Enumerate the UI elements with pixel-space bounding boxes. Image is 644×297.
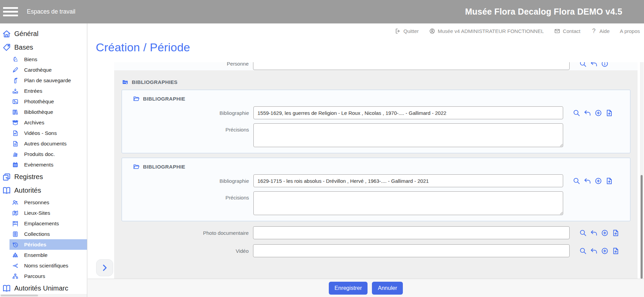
sidebar-item-autres-documents[interactable]: Autres documents [10, 138, 87, 149]
precisions-textarea[interactable] [253, 123, 563, 147]
sidebar-item-ensemble[interactable]: Ensemble [10, 250, 87, 260]
sidebar-item-produits-doc[interactable]: Produits doc. [10, 149, 87, 159]
save-button[interactable]: Enregistrer [329, 282, 368, 295]
undo-icon[interactable] [590, 62, 598, 68]
user-circle-icon [429, 28, 435, 34]
precisions-textarea[interactable] [253, 191, 563, 215]
search-icon[interactable] [573, 109, 580, 117]
sidebar-scrollbar-thumb[interactable] [1, 295, 38, 296]
field-actions [579, 62, 638, 68]
sidebar-item-videos-sons[interactable]: Vidéos - Sons [10, 128, 87, 138]
section-bibliographies: BIBLIOGRAPHIES [122, 78, 638, 86]
field-actions [579, 229, 638, 237]
bibliographie-input[interactable] [253, 106, 563, 119]
sidebar-item-emplacements[interactable]: Emplacements [10, 218, 87, 229]
sidebar-item-parcours[interactable]: Parcours [10, 271, 87, 281]
add-circle-icon[interactable] [594, 177, 602, 185]
logout-icon [395, 28, 401, 34]
field-label: Bibliographie [122, 110, 253, 116]
search-icon[interactable] [573, 177, 580, 185]
sidebar-item-biens[interactable]: ♘Biens [10, 54, 87, 65]
field-label: Personne [114, 62, 253, 67]
sidebar-item-evenements[interactable]: Evènements [10, 159, 87, 170]
file-add-icon[interactable] [605, 109, 613, 117]
sidebar-item-lieux-sites[interactable]: Lieux-Sites [10, 208, 87, 218]
expand-panel-button[interactable] [96, 259, 113, 276]
sidebar-item-label: Photothèque [24, 99, 54, 105]
utility-quitter[interactable]: Quitter [395, 28, 419, 34]
sidebar-item-autorites-unimarc[interactable]: Autorités Unimarc [0, 281, 87, 295]
utility-label: Quitter [404, 28, 419, 34]
search-icon[interactable] [579, 247, 587, 255]
users-icon [12, 199, 19, 206]
scrollbar-thumb[interactable] [641, 175, 643, 279]
sidebar-item-entrees[interactable]: Entrées [10, 86, 87, 96]
undo-icon[interactable] [590, 247, 598, 255]
bibliographie-input[interactable] [253, 174, 563, 187]
home-icon [2, 29, 11, 38]
paper-stack-icon [12, 151, 19, 158]
sidebar-item-bibliotheque[interactable]: Bibliothèque [10, 107, 87, 117]
sidebar-horizontal-scrollbar[interactable] [0, 294, 87, 297]
sidebar-item-autorites[interactable]: Autorités [0, 184, 87, 197]
workspace-label[interactable]: Espaces de travail [27, 8, 75, 15]
section-title: BIBLIOGRAPHIES [132, 79, 178, 85]
undo-icon[interactable] [590, 229, 598, 237]
field-actions [573, 177, 630, 185]
add-circle-icon[interactable] [601, 229, 609, 237]
card-title: BIBLIOGRAPHIE [143, 164, 185, 170]
cluster-icon [12, 252, 19, 259]
folder-badge-icon [122, 78, 129, 86]
form-scroll-area: Personne BIBLIOGRAPHIES BIBLIOGRAPHIEBib… [114, 62, 638, 279]
add-circle-icon[interactable] [594, 109, 602, 117]
sidebar-item-periodes[interactable]: Périodes [10, 239, 87, 250]
photo-documentaire-input[interactable] [253, 226, 570, 239]
photo-icon [12, 98, 19, 105]
bibliography-card: BIBLIOGRAPHIEBibliographiePrécisions [122, 158, 630, 221]
personne-input[interactable] [253, 62, 570, 70]
sidebar-item-label: Archives [24, 120, 44, 126]
utility-a-propos[interactable]: A propos [620, 28, 640, 34]
question-icon: ? [591, 28, 597, 34]
sidebar-item-label: Plan de sauvegarde [24, 77, 71, 84]
sitemap-icon [12, 273, 19, 280]
utility-musee-v4-administrateur-fonctionnel[interactable]: Musée v4 ADMINISTRATEUR FONCTIONNEL [429, 28, 544, 34]
undo-icon[interactable] [584, 109, 591, 117]
sidebar-item-phototheque[interactable]: Photothèque [10, 96, 87, 107]
sidebar-item-archives[interactable]: Archives [10, 117, 87, 128]
books-icon [12, 109, 19, 116]
sidebar-item-label: Produits doc. [24, 151, 55, 157]
vertical-scrollbar[interactable] [640, 62, 644, 279]
card-title: BIBLIOGRAPHIE [143, 96, 185, 102]
field-row-precisions: Précisions [122, 191, 630, 215]
utility-contact[interactable]: Contact [554, 28, 580, 34]
file-add-icon[interactable] [612, 247, 620, 255]
sidebar-item-bases[interactable]: Bases [0, 40, 87, 54]
shelf-icon [12, 220, 19, 227]
sidebar-item-personnes[interactable]: Personnes [10, 197, 87, 208]
sidebar-item-carotheque[interactable]: Carothèque [10, 65, 87, 75]
video-input[interactable] [253, 244, 570, 257]
molecule-icon [12, 262, 19, 269]
envelope-icon [554, 28, 560, 34]
add-circle-icon[interactable] [601, 247, 609, 255]
folder-open-icon [133, 95, 140, 102]
utility-bar: QuitterMusée v4 ADMINISTRATEUR FONCTIONN… [88, 27, 640, 35]
sidebar-item-label: Périodes [24, 242, 46, 248]
info-circle-icon[interactable] [601, 62, 609, 68]
field-label: Bibliographie [122, 178, 253, 184]
file-add-icon[interactable] [605, 177, 613, 185]
sidebar-item-general[interactable]: Général [0, 27, 87, 40]
hamburger-menu-icon[interactable] [3, 7, 18, 16]
sidebar-item-plan-de-sauvegarde[interactable]: Plan de sauvegarde [10, 75, 87, 86]
file-add-icon[interactable] [612, 229, 620, 237]
search-icon[interactable] [579, 62, 587, 68]
utility-label: Contact [563, 28, 580, 34]
sidebar-item-collections[interactable]: Collections [10, 229, 87, 239]
utility-aide[interactable]: ?Aide [591, 28, 610, 34]
search-icon[interactable] [579, 229, 587, 237]
sidebar-item-registres[interactable]: Registres [0, 170, 87, 184]
undo-icon[interactable] [584, 177, 591, 185]
sidebar-item-noms-scientifiques[interactable]: Noms scientifiques [10, 260, 87, 271]
cancel-button[interactable]: Annuler [372, 282, 403, 295]
